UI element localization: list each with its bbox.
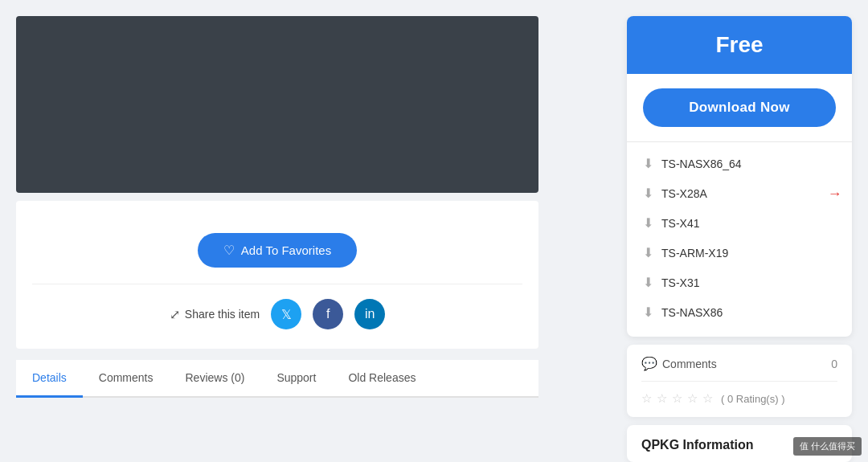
facebook-icon: f — [326, 307, 330, 321]
share-icon: ⤢ — [170, 307, 180, 322]
video-placeholder — [16, 16, 538, 193]
download-list: ⬇TS-NASX86_64⬇TS-X28A←⬇TS-X41⬇TS-ARM-X19… — [627, 141, 852, 337]
action-card: ♡ Add To Favorites ⤢ Share this item 𝕏 f… — [16, 201, 538, 349]
ratings-text: ( 0 Rating(s) ) — [721, 393, 784, 405]
qpkg-card: QPKG Information — [627, 425, 852, 462]
comment-bubble-icon: 💬 — [641, 356, 657, 371]
download-icon: ⬇ — [643, 305, 653, 320]
download-item-label: TS-X31 — [661, 276, 699, 289]
download-icon: ⬇ — [643, 215, 653, 231]
share-label-container: ⤢ Share this item — [170, 307, 260, 322]
share-text: Share this item — [185, 308, 260, 321]
star-3[interactable]: ☆ — [672, 391, 682, 406]
tab-support[interactable]: Support — [260, 360, 332, 398]
download-icon: ⬇ — [643, 186, 653, 201]
main-content: ♡ Add To Favorites ⤢ Share this item 𝕏 f… — [0, 0, 619, 462]
tabs-bar: DetailsCommentsReviews (0)SupportOld Rel… — [16, 360, 538, 398]
sidebar: Free Download Now ⬇TS-NASX86_64⬇TS-X28A←… — [619, 0, 868, 462]
comments-row: 💬 Comments 0 — [641, 356, 837, 382]
download-item-label: TS-NASX86 — [661, 306, 723, 319]
download-item-ts-nasx86[interactable]: ⬇TS-NASX86 — [627, 297, 852, 327]
download-item-label: TS-ARM-X19 — [661, 247, 728, 260]
download-item-ts-x41[interactable]: ⬇TS-X41 — [627, 208, 852, 238]
download-item-label: TS-X28A — [661, 187, 707, 200]
qpkg-title: QPKG Information — [641, 438, 837, 452]
ratings-row: ☆☆☆☆☆( 0 Rating(s) ) — [641, 382, 837, 406]
tab-old-releases[interactable]: Old Releases — [332, 360, 432, 398]
price-label: Free — [715, 32, 763, 57]
linkedin-button[interactable]: in — [354, 299, 385, 329]
download-item-ts-arm-x19[interactable]: ⬇TS-ARM-X19 — [627, 238, 852, 268]
download-now-button[interactable]: Download Now — [643, 88, 836, 127]
meta-card: 💬 Comments 0 ☆☆☆☆☆( 0 Rating(s) ) — [627, 345, 852, 417]
tab-details[interactable]: Details — [16, 360, 83, 398]
download-icon: ⬇ — [643, 275, 653, 290]
download-icon: ⬇ — [643, 245, 653, 260]
download-item-ts-x28a[interactable]: ⬇TS-X28A← — [627, 178, 852, 208]
download-btn-label: Download Now — [689, 100, 789, 115]
download-item-label: TS-X41 — [661, 217, 699, 230]
comments-count: 0 — [831, 358, 837, 370]
comments-label: Comments — [662, 358, 717, 370]
facebook-button[interactable]: f — [313, 299, 343, 329]
tab-comments[interactable]: Comments — [83, 360, 170, 398]
star-1[interactable]: ☆ — [641, 391, 652, 406]
download-item-ts-nasx86-64[interactable]: ⬇TS-NASX86_64 — [627, 149, 852, 178]
twitter-button[interactable]: 𝕏 — [271, 299, 301, 329]
heart-icon: ♡ — [223, 243, 235, 258]
twitter-icon: 𝕏 — [281, 307, 292, 322]
star-4[interactable]: ☆ — [687, 391, 698, 406]
share-section: ⤢ Share this item 𝕏 f in — [32, 284, 522, 329]
download-icon: ⬇ — [643, 156, 653, 171]
comments-label-container: 💬 Comments — [641, 356, 717, 371]
tab-reviews[interactable]: Reviews (0) — [169, 360, 260, 398]
download-btn-wrap: Download Now — [627, 74, 852, 135]
arrow-indicator-icon: ← — [828, 185, 842, 202]
download-item-label: TS-NASX86_64 — [661, 157, 742, 170]
linkedin-icon: in — [365, 307, 375, 321]
favorites-section: ♡ Add To Favorites — [32, 220, 522, 284]
star-2[interactable]: ☆ — [657, 391, 667, 406]
add-to-favorites-button[interactable]: ♡ Add To Favorites — [198, 233, 357, 268]
favorites-label: Add To Favorites — [241, 243, 331, 257]
price-header: Free — [627, 16, 852, 74]
star-5[interactable]: ☆ — [702, 391, 713, 406]
download-item-ts-x31[interactable]: ⬇TS-X31 — [627, 268, 852, 297]
price-card: Free Download Now ⬇TS-NASX86_64⬇TS-X28A←… — [627, 16, 852, 337]
